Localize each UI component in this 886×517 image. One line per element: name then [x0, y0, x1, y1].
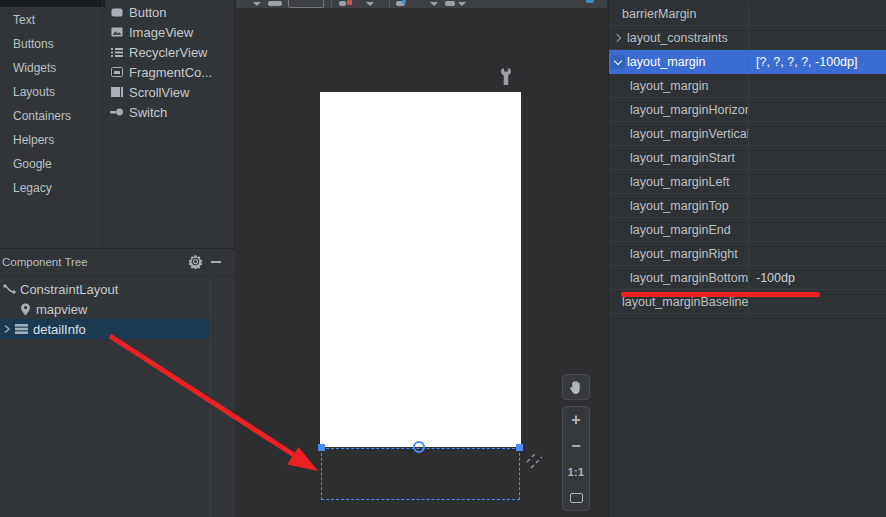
palette-category-buttons[interactable]: Buttons — [0, 32, 101, 56]
zoom-in-button[interactable]: + — [563, 407, 589, 433]
palette-item-scrollview[interactable]: ScrollView — [104, 82, 235, 102]
attr-row-layout-marginbottom[interactable]: layout_marginBottom -100dp — [609, 266, 886, 290]
expand-chevron-icon[interactable] — [611, 55, 625, 69]
guideline-icon[interactable] — [445, 1, 455, 6]
palette-category-widgets[interactable]: Widgets — [0, 56, 101, 80]
android-studio-layout-editor: Text Buttons Widgets Layouts Containers … — [0, 0, 886, 517]
attr-row-layout-constraints[interactable]: layout_constraints — [609, 26, 886, 50]
tree-item-constraintlayout[interactable]: ConstraintLayout — [0, 279, 212, 299]
dropdown-arrow-icon[interactable] — [253, 2, 261, 6]
magnet-accent — [402, 0, 406, 4]
dropdown-arrow-icon[interactable] — [366, 2, 374, 6]
toolbar-separator — [331, 0, 332, 8]
palette-category-layouts[interactable]: Layouts — [0, 80, 101, 104]
fit-screen-icon — [570, 493, 583, 503]
attr-row-layout-marginend[interactable]: layout_marginEnd — [609, 218, 886, 242]
refresh-icon[interactable] — [339, 1, 346, 6]
palette-category-legacy[interactable]: Legacy — [0, 176, 101, 200]
scrollview-icon — [110, 86, 123, 99]
zoom-fit-button[interactable] — [563, 485, 589, 511]
attr-row-layout-marginvertical[interactable]: layout_marginVertical — [609, 122, 886, 146]
palette-item-fragmentcontainer[interactable]: FragmentCo... — [104, 62, 235, 82]
switch-icon — [110, 106, 123, 119]
selected-view-detailinfo[interactable] — [321, 448, 520, 500]
imageview-icon — [110, 26, 123, 39]
expand-chevron-icon[interactable] — [3, 325, 11, 333]
attr-row-layout-marginright[interactable]: layout_marginRight — [609, 242, 886, 266]
component-tree-items: ConstraintLayout mapview detailInfo — [0, 276, 235, 339]
recyclerview-icon — [110, 46, 123, 59]
palette-item-imageview[interactable]: ImageView — [104, 22, 235, 42]
collapse-chevron-icon[interactable] — [611, 31, 625, 45]
selection-handle-top-right[interactable] — [516, 444, 523, 451]
component-tree-panel: Component Tree ConstraintLayout — [0, 248, 235, 517]
list-view-icon — [15, 323, 28, 336]
device-icon[interactable] — [268, 1, 282, 6]
attr-row-barriermargin[interactable]: barrierMargin — [609, 2, 886, 26]
attr-row-layout-margin[interactable]: layout_margin — [609, 74, 886, 98]
tree-panel-scrollbar[interactable] — [210, 275, 211, 517]
palette-item-label: Switch — [129, 105, 167, 120]
dropdown-arrow-icon[interactable] — [458, 2, 466, 6]
zoom-reset-button[interactable]: 1:1 — [563, 459, 589, 485]
zoom-controls: + − 1:1 — [562, 406, 590, 511]
hide-panel-icon[interactable] — [211, 261, 221, 263]
palette-item-label: Button — [129, 5, 167, 20]
toolbar-separator — [389, 0, 390, 8]
device-frame-outline[interactable] — [288, 0, 324, 8]
palette-item-label: ScrollView — [129, 85, 189, 100]
settings-gear-icon[interactable] — [188, 254, 203, 269]
palette-item-switch[interactable]: Switch — [104, 102, 235, 122]
palette-category-containers[interactable]: Containers — [0, 104, 101, 128]
attr-row-layout-marginhorizontal[interactable]: layout_marginHorizon... — [609, 98, 886, 122]
palette-item-label: RecyclerView — [129, 45, 208, 60]
wrench-icon — [501, 68, 512, 87]
palette-category-list: Text Buttons Widgets Layouts Containers … — [0, 8, 101, 200]
attributes-panel: barrierMargin layout_constraints layout_… — [608, 0, 886, 517]
tree-item-label: detailInfo — [33, 322, 86, 337]
tree-item-label: ConstraintLayout — [20, 282, 118, 297]
zoom-out-button[interactable]: − — [563, 433, 589, 459]
palette-category-text[interactable]: Text — [0, 8, 101, 32]
tree-item-detailinfo[interactable]: detailInfo — [0, 319, 212, 339]
tree-item-mapview[interactable]: mapview — [0, 299, 228, 319]
attr-row-layout-marginleft[interactable]: layout_marginLeft — [609, 170, 886, 194]
palette-category-google[interactable]: Google — [0, 152, 101, 176]
palette-item-label: FragmentCo... — [129, 65, 212, 80]
palette-item-recyclerview[interactable]: RecyclerView — [104, 42, 235, 62]
palette-column-divider — [102, 0, 103, 246]
fragment-container-icon — [110, 66, 123, 79]
device-canvas[interactable] — [320, 92, 521, 447]
dropdown-arrow-icon[interactable] — [430, 2, 438, 6]
palette-component-list: Button ImageView RecyclerView — [104, 2, 235, 122]
palette-category-helpers[interactable]: Helpers — [0, 128, 101, 152]
component-tree-header: Component Tree — [0, 249, 235, 276]
red-underline-annotation — [621, 292, 820, 297]
constraint-anchor-top[interactable] — [413, 441, 425, 453]
component-tree-title: Component Tree — [2, 256, 88, 268]
tree-item-label: mapview — [36, 302, 87, 317]
constraintlayout-icon — [3, 283, 16, 296]
resize-corner-handle[interactable] — [524, 449, 544, 470]
attr-row-layout-margin-group[interactable]: layout_margin [?, ?, ?, ?, -100dp] — [609, 50, 886, 74]
notification-icon[interactable] — [586, 0, 594, 3]
attr-row-layout-marginstart[interactable]: layout_marginStart — [609, 146, 886, 170]
design-toolbar-clipped — [236, 0, 607, 9]
palette-item-button[interactable]: Button — [104, 2, 235, 22]
button-icon — [110, 6, 123, 19]
attributes-table: barrierMargin layout_constraints layout_… — [609, 2, 886, 314]
palette-tab-edge — [0, 0, 105, 7]
location-pin-icon — [19, 303, 32, 316]
error-badge-icon[interactable] — [347, 0, 352, 5]
palette-item-label: ImageView — [129, 25, 193, 40]
hand-icon — [569, 380, 583, 395]
palette-panel: Text Buttons Widgets Layouts Containers … — [0, 0, 235, 517]
pan-button[interactable] — [562, 374, 590, 400]
selection-handle-top-left[interactable] — [318, 444, 325, 451]
attr-row-layout-margintop[interactable]: layout_marginTop — [609, 194, 886, 218]
